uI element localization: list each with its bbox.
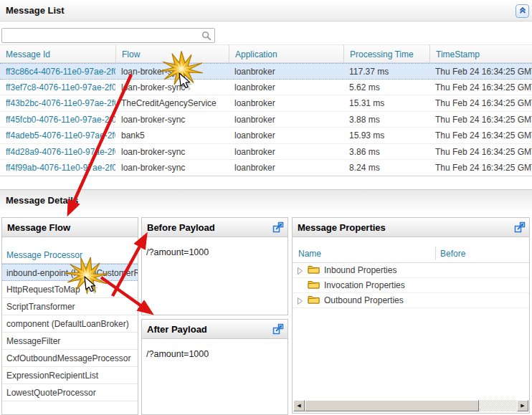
flow-cell: loan-broker-sync <box>115 144 229 160</box>
message-flow-item[interactable]: HttpRequestToMap <box>2 281 138 298</box>
table-row[interactable]: ff4d28a9-4076-11e0-97ae-2f00 loan-broker… <box>0 144 532 161</box>
spacer <box>293 237 529 244</box>
message-id-link[interactable]: ff45fcb0-4076-11e0-97ae-2f00: <box>0 112 115 128</box>
message-flow-panel-header: Message Flow <box>2 218 138 237</box>
message-flow-item[interactable]: ExpressionRecipientList <box>2 367 138 384</box>
application-cell: loanbroker <box>229 128 343 143</box>
collapse-panel-button[interactable] <box>516 4 529 18</box>
flow-cell: loan-broker-sync <box>115 112 229 128</box>
message-flow-panel-title: Message Flow <box>7 222 70 233</box>
message-flow-item[interactable]: LowestQuoteProcessor <box>2 384 138 401</box>
application-cell: loanbroker <box>229 95 343 111</box>
spacer <box>2 237 138 247</box>
timestamp-cell: Thu Feb 24 16:34:25 GMT-8 <box>429 160 532 176</box>
before-payload-panel: Before Payload /?amount=1000 <box>141 217 288 315</box>
after-payload-panel-header: After Payload <box>142 320 288 339</box>
popout-icon[interactable] <box>514 221 526 233</box>
popout-icon[interactable] <box>272 323 284 335</box>
tree-row-label: Outbound Properties <box>324 295 404 305</box>
after-payload-panel: After Payload /?amount=1000 <box>141 319 288 415</box>
column-header-message-processor[interactable]: Message Processor <box>2 247 138 264</box>
folder-icon <box>308 264 320 276</box>
column-header-processing-time[interactable]: Processing Time <box>343 45 429 62</box>
flow-cell: TheCreditAgencyService <box>115 95 229 111</box>
application-cell: loanbroker <box>229 112 343 128</box>
message-flow-item[interactable]: CxfOutboundMessageProcessor <box>2 350 138 367</box>
table-bottom-border <box>0 176 532 176</box>
table-row-selected[interactable]: ff3c86c4-4076-11e0-97ae-2f00 loan-broker… <box>0 63 532 80</box>
before-payload-content: /?amount=1000 <box>142 237 288 267</box>
message-browser-page: Message List Message Id Flow Application… <box>0 0 532 415</box>
message-flow-item[interactable]: MessageFilter <box>2 333 138 350</box>
processing-time-cell: 3.88 ms <box>343 112 429 128</box>
after-payload-title: After Payload <box>147 324 207 335</box>
tree-row-label: Inbound Properties <box>324 265 396 275</box>
before-payload-title: Before Payload <box>147 222 215 233</box>
column-separator <box>435 247 436 260</box>
column-header-timestamp[interactable]: TimeStamp <box>429 45 532 62</box>
application-cell: loanbroker <box>229 64 343 79</box>
table-row[interactable]: ff4adeb5-4076-11e0-97ae-2f00 bank5 loanb… <box>0 128 532 144</box>
tree-row-label: Invocation Properties <box>324 280 405 290</box>
application-cell: loanbroker <box>229 144 343 160</box>
scroll-left-button[interactable] <box>293 400 305 411</box>
timestamp-cell: Thu Feb 24 16:34:25 GMT-8 <box>429 112 532 128</box>
message-flow-item[interactable]: component (DefaultLoanBroker) <box>2 315 138 333</box>
expander-triangle-icon[interactable] <box>297 297 305 304</box>
horizontal-scrollbar[interactable] <box>293 400 528 411</box>
column-header-before[interactable]: Before <box>440 249 465 259</box>
message-id-link[interactable]: ff4f99ab-4076-11e0-97ae-2f00: <box>0 160 115 176</box>
timestamp-cell: Thu Feb 24 16:34:25 GMT-8 <box>429 95 532 111</box>
column-header-application[interactable]: Application <box>229 45 343 62</box>
search-input[interactable] <box>2 29 214 42</box>
tree-row-outbound-properties[interactable]: Outbound Properties <box>293 293 529 308</box>
column-header-flow[interactable]: Flow <box>115 45 229 62</box>
processing-time-cell: 8.24 ms <box>343 160 429 176</box>
message-properties-panel-header: Message Properties <box>293 218 529 237</box>
message-flow-item[interactable]: ScriptTransformer <box>2 298 138 315</box>
timestamp-cell: Thu Feb 24 16:34:25 GMT-8 <box>429 128 532 143</box>
before-payload-panel-header: Before Payload <box>142 218 288 237</box>
message-list-rows: ff3c86c4-4076-11e0-97ae-2f00 loan-broker… <box>0 63 532 176</box>
search-icon <box>201 31 212 43</box>
folder-icon <box>308 295 320 306</box>
table-row[interactable]: ff45fcb0-4076-11e0-97ae-2f00: loan-broke… <box>0 112 532 128</box>
table-row[interactable]: ff3ef7c8-4076-11e0-97ae-2f00: loan-broke… <box>0 80 532 96</box>
search-box <box>1 28 215 43</box>
tree-row-inbound-properties[interactable]: Inbound Properties <box>293 263 529 278</box>
message-list-header-row: Message Id Flow Application Processing T… <box>0 44 532 63</box>
table-row[interactable]: ff4f99ab-4076-11e0-97ae-2f00: loan-broke… <box>0 160 532 176</box>
flow-cell: bank5 <box>115 128 229 143</box>
message-id-link[interactable]: ff3ef7c8-4076-11e0-97ae-2f00: <box>0 80 115 95</box>
application-cell: loanbroker <box>229 80 343 95</box>
application-cell: loanbroker <box>229 160 343 176</box>
message-id-link[interactable]: ff4d28a9-4076-11e0-97ae-2f00 <box>0 144 115 160</box>
scrollbar-thumb[interactable] <box>305 400 479 411</box>
message-details-titlebar: Message Details <box>0 189 532 210</box>
folder-icon <box>308 280 320 291</box>
message-id-link[interactable]: ff3c86c4-4076-11e0-97ae-2f00 <box>0 64 115 79</box>
timestamp-cell: Thu Feb 24 16:34:25 GMT-8 <box>429 80 532 95</box>
double-chevron-up-icon <box>518 6 527 16</box>
popout-icon[interactable] <box>272 221 284 233</box>
message-properties-panel: Message Properties Name Before <box>292 217 530 414</box>
column-header-message-id[interactable]: Message Id <box>0 45 115 62</box>
expander-triangle-icon[interactable] <box>297 267 305 274</box>
message-list-title: Message List <box>6 5 65 16</box>
scroll-right-button[interactable] <box>517 400 528 411</box>
processing-time-cell: 5.62 ms <box>343 80 429 95</box>
message-id-link[interactable]: ff43b2bc-4076-11e0-97ae-2f00 <box>0 95 115 111</box>
timestamp-cell: Thu Feb 24 16:34:25 GMT-8 <box>429 64 532 79</box>
processing-time-cell: 15.31 ms <box>343 95 429 111</box>
message-details-title: Message Details <box>6 195 78 206</box>
column-header-name[interactable]: Name <box>298 249 321 259</box>
message-flow-item-inbound-endpoint[interactable]: inbound-enpoint (HttpInCustomerReq <box>2 264 138 281</box>
message-id-link[interactable]: ff4adeb5-4076-11e0-97ae-2f00 <box>0 128 115 143</box>
processing-time-cell: 3.86 ms <box>343 144 429 160</box>
tree-row-invocation-properties[interactable]: Invocation Properties <box>293 278 529 293</box>
timestamp-cell: Thu Feb 24 16:34:25 GMT-8 <box>429 144 532 160</box>
after-payload-content: /?amount=1000 <box>142 339 288 369</box>
table-row[interactable]: ff43b2bc-4076-11e0-97ae-2f00 TheCreditAg… <box>0 95 532 112</box>
processing-time-cell: 15.93 ms <box>343 128 429 143</box>
flow-cell: loan-broker-sync <box>115 80 229 95</box>
